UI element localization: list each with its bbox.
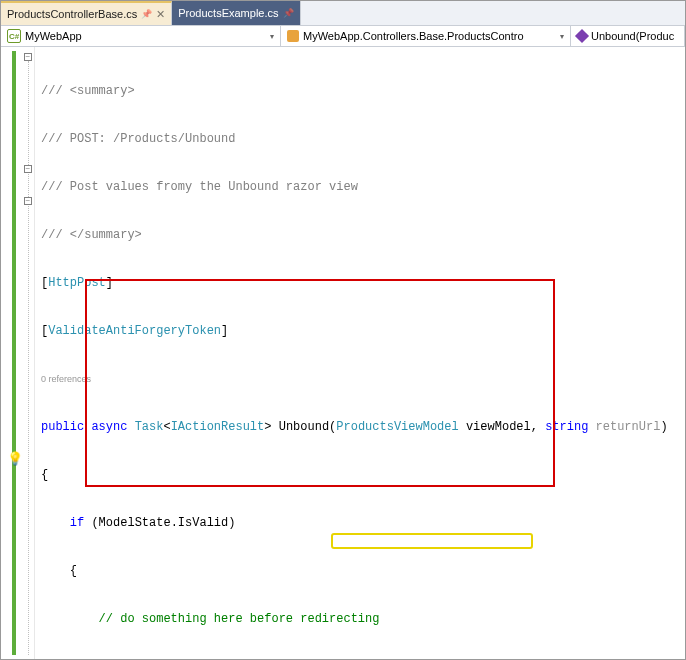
code-text: ] bbox=[221, 324, 228, 338]
code-text: if bbox=[41, 516, 84, 530]
code-text: HttpPost bbox=[48, 276, 106, 290]
code-text: > Unbound( bbox=[264, 420, 336, 434]
member-name: Unbound(Produc bbox=[591, 30, 674, 42]
outline-collapse-icon[interactable]: − bbox=[24, 165, 32, 173]
code-text: ValidateAntiForgeryToken bbox=[48, 324, 221, 338]
pin-icon[interactable]: 📌 bbox=[283, 8, 294, 18]
code-text: (ModelState.IsValid) bbox=[84, 516, 235, 530]
code-text: string bbox=[545, 420, 588, 434]
code-text: async bbox=[91, 420, 127, 434]
code-text: viewModel, bbox=[459, 420, 545, 434]
code-text: returnUrl bbox=[596, 420, 661, 434]
tab-products-controller-base[interactable]: ProductsControllerBase.cs 📌 ✕ bbox=[1, 1, 172, 25]
code-text: ] bbox=[106, 276, 113, 290]
project-name: MyWebApp bbox=[25, 30, 82, 42]
pin-icon[interactable]: 📌 bbox=[141, 9, 152, 19]
code-text: { bbox=[41, 564, 77, 578]
close-icon[interactable]: ✕ bbox=[156, 8, 165, 21]
outline-collapse-icon[interactable]: − bbox=[24, 197, 32, 205]
method-icon bbox=[575, 29, 589, 43]
outline-collapse-icon[interactable]: − bbox=[24, 53, 32, 61]
navigation-bar: C# MyWebApp ▾ MyWebApp.Controllers.Base.… bbox=[1, 25, 685, 47]
editor-gutter: − − − 💡 bbox=[1, 47, 35, 659]
codelens-references[interactable]: 0 references bbox=[41, 374, 91, 384]
code-text: /// </summary> bbox=[41, 228, 142, 242]
outline-guide bbox=[28, 61, 29, 655]
tab-label: ProductsControllerBase.cs bbox=[7, 8, 137, 20]
code-text: IActionResult bbox=[171, 420, 265, 434]
project-dropdown[interactable]: C# MyWebApp ▾ bbox=[1, 26, 281, 46]
code-text: // do something here before redirecting bbox=[41, 612, 379, 626]
code-text: ) bbox=[660, 420, 667, 434]
code-text: public bbox=[41, 420, 84, 434]
code-text: /// <summary> bbox=[41, 84, 135, 98]
chevron-down-icon: ▾ bbox=[560, 32, 564, 41]
tab-label: ProductsExample.cs bbox=[178, 7, 278, 19]
lightbulb-icon[interactable]: 💡 bbox=[7, 451, 21, 465]
tab-bar: ProductsControllerBase.cs 📌 ✕ ProductsEx… bbox=[1, 1, 685, 25]
code-text: /// POST: /Products/Unbound bbox=[41, 132, 235, 146]
code-text: Task bbox=[135, 420, 164, 434]
code-editor[interactable]: − − − 💡 /// <summary> /// POST: /Product… bbox=[1, 47, 685, 659]
code-text: { bbox=[41, 468, 48, 482]
code-text: ProductsViewModel bbox=[336, 420, 458, 434]
tab-products-example[interactable]: ProductsExample.cs 📌 bbox=[172, 1, 300, 25]
code-surface[interactable]: /// <summary> /// POST: /Products/Unboun… bbox=[35, 47, 685, 659]
class-name: MyWebApp.Controllers.Base.ProductsContro bbox=[303, 30, 524, 42]
member-dropdown[interactable]: Unbound(Produc bbox=[571, 26, 685, 46]
change-tracking-bar bbox=[12, 51, 16, 655]
code-text: /// Post values fromy the Unbound razor … bbox=[41, 180, 358, 194]
class-icon bbox=[287, 30, 299, 42]
chevron-down-icon: ▾ bbox=[270, 32, 274, 41]
csharp-icon: C# bbox=[7, 29, 21, 43]
class-dropdown[interactable]: MyWebApp.Controllers.Base.ProductsContro… bbox=[281, 26, 571, 46]
highlight-yellow-box bbox=[331, 533, 533, 549]
